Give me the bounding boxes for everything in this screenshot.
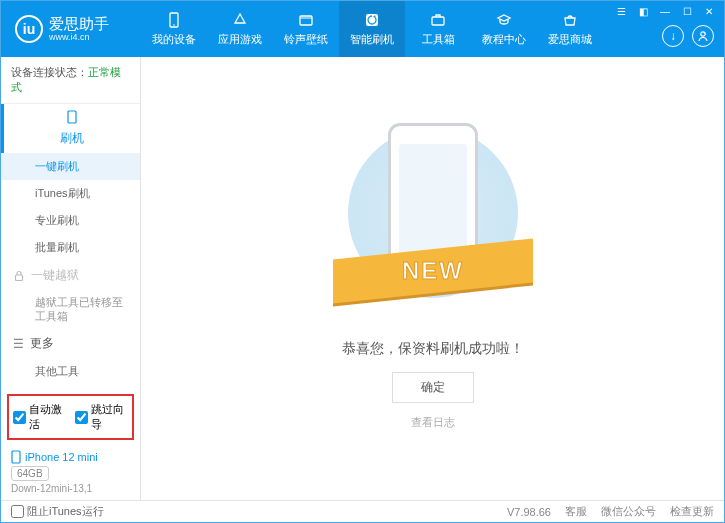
connection-status: 设备连接状态：正常模式 bbox=[1, 57, 140, 104]
maximize-icon[interactable]: ☐ bbox=[678, 4, 696, 18]
device-meta: Down-12mini-13,1 bbox=[11, 483, 130, 494]
sidebar: 设备连接状态：正常模式 刷机 一键刷机 iTunes刷机 专业刷机 批量刷机 一… bbox=[1, 57, 141, 500]
svg-rect-6 bbox=[68, 111, 76, 123]
nav-store[interactable]: 爱思商城 bbox=[537, 1, 603, 57]
wechat-link[interactable]: 微信公众号 bbox=[601, 504, 656, 519]
header-right: ↓ bbox=[662, 25, 714, 47]
service-link[interactable]: 客服 bbox=[565, 504, 587, 519]
sidebar-group-more[interactable]: ☰ 更多 bbox=[1, 329, 140, 358]
minimize-icon[interactable]: — bbox=[656, 4, 674, 18]
checkbox-skip-guide[interactable]: 跳过向导 bbox=[75, 402, 129, 432]
options-highlight: 自动激活 跳过向导 bbox=[7, 394, 134, 440]
lock-icon bbox=[13, 270, 25, 282]
apps-icon bbox=[231, 11, 249, 29]
wallet-icon bbox=[297, 11, 315, 29]
ok-button[interactable]: 确定 bbox=[392, 372, 474, 403]
close-icon[interactable]: ✕ bbox=[700, 4, 718, 18]
device-name: iPhone 12 mini bbox=[11, 450, 130, 464]
sidebar-jailbreak-note: 越狱工具已转移至工具箱 bbox=[1, 290, 140, 329]
menu-icon: ☰ bbox=[13, 337, 24, 351]
toolbox-icon bbox=[429, 11, 447, 29]
view-log-link[interactable]: 查看日志 bbox=[411, 415, 455, 430]
skin-icon[interactable]: ◧ bbox=[634, 4, 652, 18]
app-name: 爱思助手 bbox=[49, 16, 109, 33]
nav-apps[interactable]: 应用游戏 bbox=[207, 1, 273, 57]
checkbox-auto-activate[interactable]: 自动激活 bbox=[13, 402, 67, 432]
device-block[interactable]: iPhone 12 mini 64GB Down-12mini-13,1 bbox=[1, 444, 140, 500]
menu-icon[interactable]: ☰ bbox=[612, 4, 630, 18]
sidebar-item-download[interactable]: 下载固件 bbox=[1, 385, 140, 390]
main-panel: NEW 恭喜您，保资料刷机成功啦！ 确定 查看日志 bbox=[141, 57, 724, 500]
version-label: V7.98.66 bbox=[507, 506, 551, 518]
svg-point-1 bbox=[173, 24, 175, 26]
success-illustration: NEW bbox=[358, 118, 508, 318]
success-message: 恭喜您，保资料刷机成功啦！ bbox=[342, 340, 524, 358]
svg-point-5 bbox=[701, 32, 705, 36]
phone-icon bbox=[66, 110, 78, 124]
nav-flash[interactable]: 智能刷机 bbox=[339, 1, 405, 57]
logo-icon: iu bbox=[15, 15, 43, 43]
status-bar: 阻止iTunes运行 V7.98.66 客服 微信公众号 检查更新 bbox=[1, 500, 724, 522]
sidebar-item-other[interactable]: 其他工具 bbox=[1, 358, 140, 385]
update-link[interactable]: 检查更新 bbox=[670, 504, 714, 519]
hat-icon bbox=[495, 11, 513, 29]
checkbox-block-itunes[interactable]: 阻止iTunes运行 bbox=[11, 504, 104, 519]
refresh-icon bbox=[363, 11, 381, 29]
sidebar-group-flash[interactable]: 刷机 bbox=[1, 104, 140, 153]
sidebar-item-pro[interactable]: 专业刷机 bbox=[1, 207, 140, 234]
store-icon bbox=[561, 11, 579, 29]
svg-rect-7 bbox=[16, 275, 23, 281]
storage-badge: 64GB bbox=[11, 466, 49, 481]
sidebar-group-jailbreak[interactable]: 一键越狱 bbox=[1, 261, 140, 290]
logo-area: iu 爱思助手 www.i4.cn bbox=[1, 15, 141, 43]
app-url: www.i4.cn bbox=[49, 32, 109, 42]
nav-toolbox[interactable]: 工具箱 bbox=[405, 1, 471, 57]
sidebar-item-itunes[interactable]: iTunes刷机 bbox=[1, 180, 140, 207]
app-header: iu 爱思助手 www.i4.cn 我的设备 应用游戏 铃声壁纸 智能刷机 工具… bbox=[1, 1, 724, 57]
window-controls: ☰ ◧ — ☐ ✕ bbox=[612, 4, 718, 18]
download-icon[interactable]: ↓ bbox=[662, 25, 684, 47]
nav-my-device[interactable]: 我的设备 bbox=[141, 1, 207, 57]
phone-icon bbox=[11, 450, 21, 464]
sidebar-item-batch[interactable]: 批量刷机 bbox=[1, 234, 140, 261]
svg-rect-4 bbox=[432, 17, 444, 25]
nav-tutorials[interactable]: 教程中心 bbox=[471, 1, 537, 57]
nav-ringtones[interactable]: 铃声壁纸 bbox=[273, 1, 339, 57]
sidebar-item-oneclick[interactable]: 一键刷机 bbox=[1, 153, 140, 180]
phone-icon bbox=[165, 11, 183, 29]
user-icon[interactable] bbox=[692, 25, 714, 47]
svg-rect-2 bbox=[300, 16, 312, 25]
svg-rect-8 bbox=[12, 451, 20, 463]
